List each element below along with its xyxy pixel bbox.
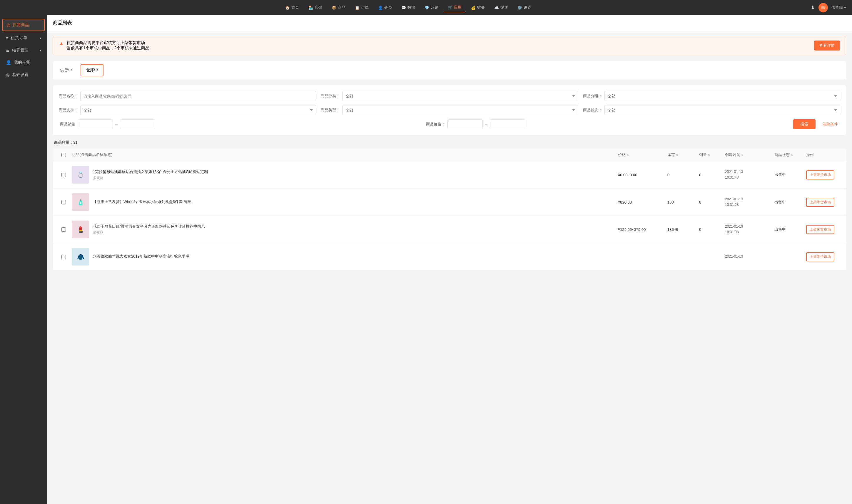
search-row-2: 商品支持： 全部 商品类型： 全部 商品状态： 全部 bbox=[59, 105, 840, 115]
action-cell: 上架带货市场 bbox=[806, 252, 841, 262]
avatar[interactable]: 喵 bbox=[818, 3, 828, 12]
search-row-1: 商品名称： 商品分类： 全部 商品分组： 全部 bbox=[59, 91, 840, 101]
sidebar-item-my-products[interactable]: 👤 我的带货 bbox=[0, 56, 47, 69]
support-label: 商品支持： bbox=[59, 108, 78, 113]
product-name[interactable]: 1克拉垫形钻戒群镶钻石戒指女结婚18K白金公主方钻戒GIA裸钻定制 bbox=[93, 169, 615, 175]
header-product: 商品(点击商品名称预览) bbox=[72, 152, 615, 158]
sales-min-input[interactable] bbox=[77, 119, 113, 129]
shelf-market-button[interactable]: 上架带货市场 bbox=[806, 252, 834, 262]
product-count: 商品数量：31 bbox=[53, 140, 846, 145]
search-area: 商品名称： 商品分类： 全部 商品分组： 全部 bbox=[53, 85, 846, 135]
price-range-field: 商品价格： – bbox=[426, 119, 788, 129]
supply-products-icon: ◎ bbox=[6, 22, 10, 28]
sort-icon-sales: ⇅ bbox=[708, 153, 710, 157]
product-name[interactable]: 花西子雕花口红/微雕唇膏女半哑光正红烂番茄色李佳琦推荐中国风 bbox=[93, 223, 615, 229]
nav-members[interactable]: 👤 会员 bbox=[374, 3, 396, 12]
nav-store[interactable]: 🏪 店铺 bbox=[304, 3, 326, 12]
product-cell: 💍 1克拉垫形钻戒群镶钻石戒指女结婚18K白金公主方钻戒GIA裸钻定制 多规格 bbox=[72, 166, 615, 184]
shelf-market-button[interactable]: 上架带货市场 bbox=[806, 198, 834, 207]
sort-icon-time: ⇅ bbox=[741, 153, 744, 157]
table-row: 💄 花西子雕花口红/微雕唇膏女半哑光正红烂番茄色李佳琦推荐中国风 多规格 ¥12… bbox=[53, 216, 846, 243]
sort-icon-price: ⇅ bbox=[626, 153, 629, 157]
supplier-label[interactable]: 供货喵 ▾ bbox=[831, 5, 846, 10]
header-price[interactable]: 价格 ⇅ bbox=[618, 152, 665, 158]
alert-banner: ▲ 供货商商品需要平台审核方可上架带货市场 当前共有1个审核中商品，2个审核未通… bbox=[53, 36, 846, 55]
product-info: 【顺丰正常发货】Whoo后 拱辰享水沄系列礼盒6件套 清爽 bbox=[93, 199, 615, 205]
row-checkbox[interactable] bbox=[62, 200, 66, 204]
date-cell: 2021-01-1310:31:08 bbox=[725, 224, 772, 235]
row-checkbox[interactable] bbox=[62, 173, 66, 177]
sidebar-item-supply-orders[interactable]: ≡ 供货订单 ▾ bbox=[0, 32, 47, 44]
table-row: 🧴 【顺丰正常发货】Whoo后 拱辰享水沄系列礼盒6件套 清爽 ¥820.00 … bbox=[53, 188, 846, 216]
view-details-button[interactable]: 查看详情 bbox=[814, 40, 840, 51]
nav-orders[interactable]: 📋 订单 bbox=[351, 3, 373, 12]
date-cell: 2021-01-1310:31:48 bbox=[725, 169, 772, 180]
download-icon[interactable]: ⬇ bbox=[811, 4, 815, 11]
tab-warehouse[interactable]: 仓库中 bbox=[81, 64, 104, 76]
sales-max-input[interactable] bbox=[120, 119, 155, 129]
basic-settings-icon: ◎ bbox=[6, 72, 10, 77]
status-select[interactable]: 全部 bbox=[605, 105, 840, 115]
shelf-market-button[interactable]: 上架带货市场 bbox=[806, 225, 834, 234]
support-select[interactable]: 全部 bbox=[80, 105, 316, 115]
nav-channel[interactable]: ☁️ 渠道 bbox=[490, 3, 512, 12]
group-field: 商品分组： 全部 bbox=[583, 91, 840, 101]
product-thumbnail: 💍 bbox=[72, 166, 89, 184]
nav-items: 🏠 首页 🏪 店铺 📦 商品 📋 订单 👤 会员 💬 数据 💎 营销 🛒 应用 … bbox=[6, 3, 811, 12]
product-name-input[interactable] bbox=[80, 91, 316, 101]
type-label: 商品类型： bbox=[321, 108, 340, 113]
product-tag: 多规格 bbox=[93, 176, 615, 181]
row-checkbox[interactable] bbox=[62, 255, 66, 259]
price-max-input[interactable] bbox=[490, 119, 525, 129]
top-navigation: 🏠 首页 🏪 店铺 📦 商品 📋 订单 👤 会员 💬 数据 💎 营销 🛒 应用 … bbox=[0, 0, 852, 15]
action-cell: 上架带货市场 bbox=[806, 225, 841, 234]
header-stock[interactable]: 库存 ⇅ bbox=[667, 152, 697, 158]
status-cell: 出售中 bbox=[775, 199, 804, 205]
row-checkbox[interactable] bbox=[62, 227, 66, 232]
select-all-checkbox[interactable] bbox=[62, 153, 66, 157]
row-checkbox-cell bbox=[58, 255, 69, 259]
sales-label: 商品销量 bbox=[59, 122, 75, 127]
stock-cell: 100 bbox=[667, 200, 697, 204]
sales-cell: 0 bbox=[699, 200, 723, 204]
price-label: 商品价格： bbox=[426, 122, 445, 127]
sidebar-item-supply-products[interactable]: ◎ 供货商品 bbox=[2, 19, 45, 31]
price-min-input[interactable] bbox=[448, 119, 483, 129]
nav-right: ⬇ 喵 供货喵 ▾ bbox=[811, 3, 846, 12]
nav-app[interactable]: 🛒 应用 bbox=[444, 3, 466, 12]
nav-data[interactable]: 💬 数据 bbox=[397, 3, 419, 12]
product-name-field: 商品名称： bbox=[59, 91, 316, 101]
status-field: 商品状态： 全部 bbox=[583, 105, 840, 115]
nav-settings[interactable]: ⚙️ 设置 bbox=[513, 3, 535, 12]
group-select[interactable]: 全部 bbox=[605, 91, 840, 101]
header-created-time[interactable]: 创建时间 ⇅ bbox=[725, 152, 772, 158]
row-checkbox-cell bbox=[58, 200, 69, 204]
sidebar-item-settlement[interactable]: ≣ 结算管理 ▾ bbox=[0, 44, 47, 56]
nav-home[interactable]: 🏠 首页 bbox=[281, 3, 303, 12]
product-cell: 🧥 水波纹双面羊绒大衣女2019年新款中中款高流行驼色羊毛 bbox=[72, 248, 615, 266]
date-cell: 2021-01-1310:31:28 bbox=[725, 197, 772, 208]
search-button[interactable]: 搜索 bbox=[793, 119, 816, 129]
nav-products[interactable]: 📦 商品 bbox=[328, 3, 350, 12]
sidebar: ◎ 供货商品 ≡ 供货订单 ▾ ≣ 结算管理 ▾ 👤 我的带货 ◎ 基础设置 bbox=[0, 15, 47, 504]
product-name[interactable]: 【顺丰正常发货】Whoo后 拱辰享水沄系列礼盒6件套 清爽 bbox=[93, 199, 615, 205]
row-checkbox-cell bbox=[58, 173, 69, 177]
sidebar-item-basic-settings[interactable]: ◎ 基础设置 bbox=[0, 69, 47, 81]
product-name[interactable]: 水波纹双面羊绒大衣女2019年新款中中款高流行驼色羊毛 bbox=[93, 253, 615, 259]
group-label: 商品分组： bbox=[583, 93, 602, 99]
type-field: 商品类型： 全部 bbox=[321, 105, 578, 115]
header-sales[interactable]: 销量 ⇅ bbox=[699, 152, 723, 158]
nav-finance[interactable]: 💰 财务 bbox=[467, 3, 489, 12]
nav-marketing[interactable]: 💎 营销 bbox=[420, 3, 442, 12]
range-dash-2: – bbox=[485, 122, 487, 127]
clear-button[interactable]: 清除条件 bbox=[820, 122, 840, 127]
shelf-market-button[interactable]: 上架带货市场 bbox=[806, 170, 834, 179]
table-header: 商品(点击商品名称预览) 价格 ⇅ 库存 ⇅ 销量 ⇅ 创建时间 ⇅ bbox=[53, 149, 846, 161]
category-select[interactable]: 全部 bbox=[342, 91, 578, 101]
search-row-3: 商品销量 – 商品价格： – 搜索 清除条件 bbox=[59, 119, 840, 129]
type-select[interactable]: 全部 bbox=[342, 105, 578, 115]
header-product-status[interactable]: 商品状态 ⇅ bbox=[775, 152, 804, 158]
page-title: 商品列表 bbox=[47, 15, 852, 31]
tab-supply[interactable]: 供货中 bbox=[59, 64, 73, 77]
alert-content: ▲ 供货商商品需要平台审核方可上架带货市场 当前共有1个审核中商品，2个审核未通… bbox=[59, 40, 149, 51]
